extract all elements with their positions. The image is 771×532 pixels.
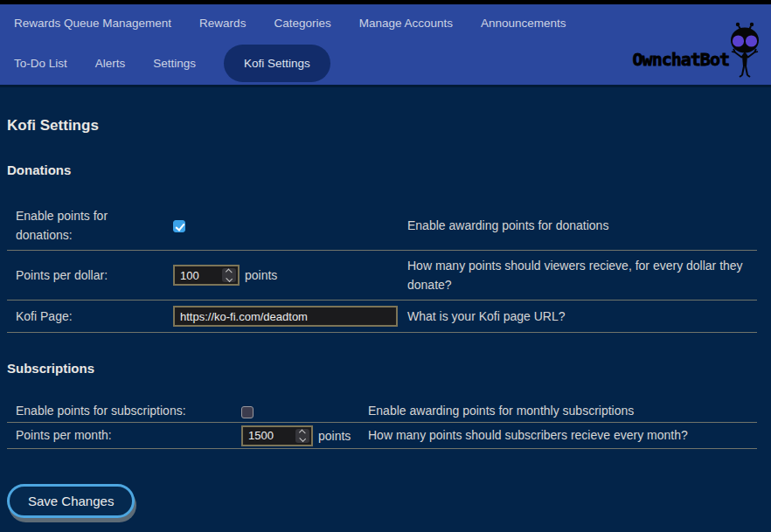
setting-description: How many points should subscribers recie…: [359, 423, 757, 448]
setting-description: Enable awarding points for donations: [399, 201, 757, 251]
donations-settings-table: Enable points for donations: Enable awar…: [7, 201, 757, 333]
enable-donations-checkbox[interactable]: [173, 220, 185, 232]
setting-description: Enable awarding points for monthly subsc…: [359, 399, 757, 423]
setting-row-enable-donations: Enable points for donations: Enable awar…: [7, 201, 757, 251]
setting-row-points-per-dollar: Points per dollar: points How many point…: [7, 251, 757, 301]
kofi-page-input[interactable]: [173, 306, 398, 327]
ownchatbot-logo: OwnchatBot: [633, 18, 766, 81]
number-stepper[interactable]: [222, 268, 236, 282]
nav-item-manage-accounts[interactable]: Manage Accounts: [359, 17, 453, 30]
points-suffix: points: [245, 268, 277, 282]
page-title: Kofi Settings: [7, 117, 757, 135]
logo-text: OwnchatBot: [633, 49, 729, 70]
points-per-dollar-input[interactable]: [173, 265, 240, 286]
nav-item-rewards-queue-management[interactable]: Rewards Queue Management: [14, 17, 171, 30]
chevron-down-icon[interactable]: [226, 275, 232, 281]
nav-item-settings[interactable]: Settings: [153, 57, 196, 70]
points-per-dollar-value[interactable]: [175, 266, 220, 284]
donations-section: Donations Enable points for donations: E…: [7, 162, 757, 333]
setting-description: How many points should viewers recieve, …: [399, 251, 757, 301]
chevron-down-icon[interactable]: [299, 436, 305, 442]
setting-label: Points per dollar:: [7, 251, 164, 301]
setting-label: Enable points for donations:: [7, 201, 164, 251]
donations-heading: Donations: [7, 162, 757, 177]
setting-label: Points per month:: [7, 423, 233, 448]
setting-description: What is your Kofi page URL?: [399, 301, 757, 333]
chevron-up-icon[interactable]: [226, 269, 232, 275]
save-changes-button[interactable]: Save Changes: [7, 484, 135, 518]
nav-item-announcements[interactable]: Announcements: [481, 17, 566, 30]
setting-row-enable-subscriptions: Enable points for subscriptions: Enable …: [7, 399, 757, 423]
setting-row-points-per-month: Points per month: points How many points…: [7, 423, 757, 448]
setting-row-kofi-page: Kofi Page: What is your Kofi page URL?: [7, 301, 757, 333]
nav-item-categories[interactable]: Categories: [274, 17, 330, 30]
subscriptions-heading: Subscriptions: [7, 361, 757, 376]
points-suffix: points: [318, 429, 351, 443]
robot-mascot-icon: [724, 19, 766, 80]
setting-label: Enable points for subscriptions:: [7, 399, 233, 423]
nav-item-rewards[interactable]: Rewards: [199, 17, 246, 30]
points-per-month-value[interactable]: [243, 427, 294, 445]
nav-item-todo-list[interactable]: To-Do List: [14, 57, 67, 70]
subscriptions-settings-table: Enable points for subscriptions: Enable …: [7, 399, 757, 448]
nav-item-kofi-settings[interactable]: Kofi Settings: [224, 45, 330, 82]
subscriptions-section: Subscriptions Enable points for subscrip…: [7, 361, 757, 448]
number-stepper[interactable]: [295, 429, 309, 443]
points-per-month-input[interactable]: [241, 425, 313, 446]
setting-label: Kofi Page:: [7, 301, 164, 333]
top-navigation: Rewards Queue Management Rewards Categor…: [0, 4, 771, 87]
nav-item-alerts[interactable]: Alerts: [95, 57, 126, 70]
main-content: Kofi Settings Donations Enable points fo…: [0, 117, 771, 518]
chevron-up-icon[interactable]: [299, 429, 305, 435]
enable-subscriptions-checkbox[interactable]: [241, 406, 254, 418]
